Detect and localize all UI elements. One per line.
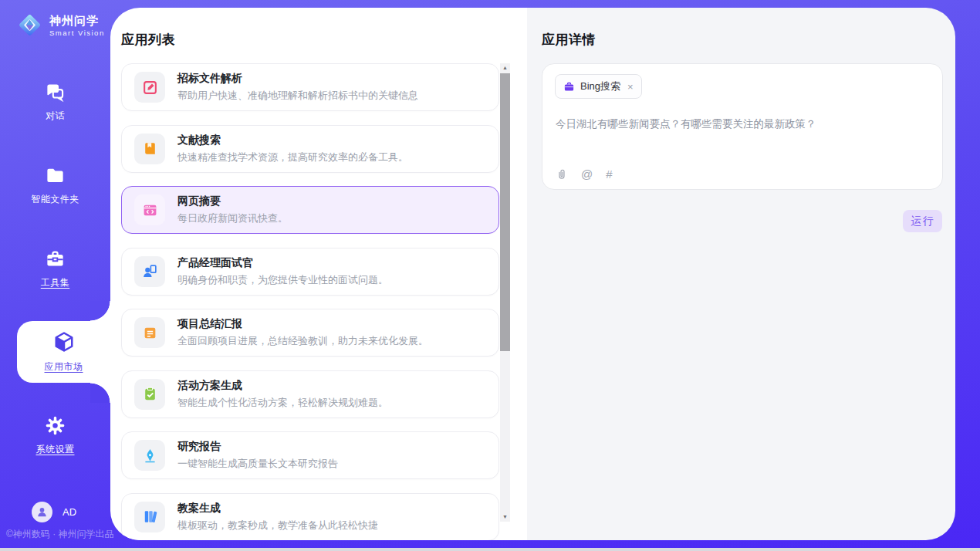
app-window-frame: 神州问学 Smart Vision 对话智能文件夹工具集应用市场系统设置 AD … [0, 0, 980, 548]
app-list-scrollbar[interactable]: ▲ ▼ [500, 63, 510, 522]
briefcase-icon [563, 81, 575, 93]
sidebar-item-label: 应用市场 [45, 360, 83, 374]
brand-subtitle: Smart Vision [49, 29, 105, 37]
app-card-title: 文献搜索 [177, 134, 408, 147]
scrollbar-up-arrow[interactable]: ▲ [500, 63, 510, 73]
app-card-title: 教案生成 [177, 502, 378, 516]
app-card-description: 模板驱动，教案秒成，教学准备从此轻松快捷 [177, 519, 378, 532]
avatar[interactable] [32, 502, 52, 522]
chat-icon [45, 82, 66, 103]
app-list-title: 应用列表 [121, 31, 175, 49]
user-name: AD [63, 506, 76, 518]
sidebar-item-label: 智能文件夹 [31, 193, 79, 206]
summary-icon-container [134, 317, 165, 348]
app-card-title: 网页摘要 [177, 194, 288, 208]
app-card-教案生成[interactable]: 教案生成模板驱动，教案秒成，教学准备从此轻松快捷 [121, 493, 499, 541]
activity-icon-container [134, 379, 165, 410]
lesson-icon [142, 509, 158, 525]
app-card-活动方案生成[interactable]: 活动方案生成智能生成个性化活动方案，轻松解决规划难题。 [121, 370, 499, 418]
main-content: 应用列表 招标文件解析帮助用户快速、准确地理解和解析招标书中的关键信息文献搜索快… [110, 8, 955, 540]
prompt-input-card[interactable]: Bing搜索 × 今日湖北有哪些新闻要点？有哪些需要关注的最新政策？ @# [542, 63, 943, 190]
brand-name: 神州问学 [49, 14, 105, 29]
sidebar-item-label: 对话 [46, 110, 65, 123]
interview-icon-container [134, 256, 165, 287]
app-card-研究报告[interactable]: 研究报告一键智能生成高质量长文本研究报告 [121, 431, 499, 479]
logo-icon [15, 11, 44, 39]
brand-logo: 神州问学 Smart Vision [15, 11, 105, 39]
run-button[interactable]: 运行 [903, 210, 942, 232]
person-icon [35, 505, 49, 519]
sidebar-nav: 对话智能文件夹工具集应用市场系统设置 [0, 60, 110, 477]
app-card-title: 招标文件解析 [177, 72, 418, 86]
prompt-text-input[interactable]: 今日湖北有哪些新闻要点？有哪些需要关注的最新政策？ [556, 117, 930, 132]
cube-icon [52, 330, 76, 353]
app-card-网页摘要[interactable]: 网页摘要每日政府新闻资讯快查。 [121, 186, 499, 234]
sidebar-item-系统设置[interactable]: 系统设置 [0, 394, 110, 477]
briefcase-icon [563, 81, 575, 93]
user-account[interactable]: AD [32, 502, 76, 522]
sidebar-item-智能文件夹[interactable]: 智能文件夹 [0, 144, 110, 227]
copyright-text: ©神州数码 · 神州问学出品 [6, 528, 114, 541]
app-card-description: 智能生成个性化活动方案，轻松解决规划难题。 [177, 396, 388, 410]
webpage-icon-container [134, 194, 165, 225]
app-card-description: 每日政府新闻资讯快查。 [177, 211, 288, 225]
tool-tag-label: Bing搜索 [580, 79, 620, 93]
bid-edit-icon [142, 79, 158, 96]
report-icon-container [134, 440, 165, 471]
app-card-description: 帮助用户快速、准确地理解和解析招标书中的关键信息 [177, 89, 418, 103]
scrollbar-down-arrow[interactable]: ▼ [500, 512, 510, 522]
gear-icon [45, 415, 66, 436]
tool-tag-close-icon[interactable]: × [627, 81, 634, 93]
bid-edit-icon-container [134, 72, 165, 103]
sidebar-item-对话[interactable]: 对话 [0, 60, 110, 144]
book-icon-container [134, 134, 165, 164]
app-card-description: 全面回顾项目进展，总结经验教训，助力未来优化发展。 [177, 334, 428, 348]
app-card-description: 快速精准查找学术资源，提高研究效率的必备工具。 [177, 150, 408, 164]
app-card-title: 产品经理面试官 [177, 256, 388, 270]
app-card-招标文件解析[interactable]: 招标文件解析帮助用户快速、准确地理解和解析招标书中的关键信息 [121, 63, 499, 111]
report-icon [142, 448, 158, 464]
activity-icon [142, 386, 158, 402]
sidebar-item-label: 工具集 [41, 276, 70, 289]
app-card-项目总结汇报[interactable]: 项目总结汇报全面回顾项目进展，总结经验教训，助力未来优化发展。 [121, 309, 499, 357]
app-card-description: 明确身份和职责，为您提供专业性的面试问题。 [177, 273, 388, 287]
app-card-title: 项目总结汇报 [177, 317, 428, 331]
attachment-icon[interactable] [556, 168, 568, 181]
summary-icon [142, 325, 158, 341]
window-bottom-edge [0, 548, 980, 551]
sidebar-item-工具集[interactable]: 工具集 [0, 227, 110, 310]
app-card-title: 活动方案生成 [177, 379, 388, 393]
tool-tag-bing-search[interactable]: Bing搜索 × [555, 74, 642, 99]
app-detail-panel: 应用详情 Bing搜索 × 今日湖北有哪些新闻要点？有哪些需要关注的最新政策？ … [527, 8, 955, 540]
app-list-panel: 应用列表 招标文件解析帮助用户快速、准确地理解和解析招标书中的关键信息文献搜索快… [110, 8, 527, 540]
scrollbar-thumb[interactable] [500, 73, 510, 351]
book-icon [142, 140, 158, 157]
app-card-title: 研究报告 [177, 440, 338, 454]
sidebar-item-label: 系统设置 [36, 443, 75, 456]
toolbox-icon [45, 248, 66, 269]
folder-icon [45, 165, 66, 186]
hash-icon[interactable]: # [606, 168, 612, 181]
brand-logo-icon [15, 11, 44, 39]
mention-icon[interactable]: @ [581, 168, 593, 181]
app-card-description: 一键智能生成高质量长文本研究报告 [177, 457, 338, 471]
webpage-icon [142, 202, 158, 218]
app-card-文献搜索[interactable]: 文献搜索快速精准查找学术资源，提高研究效率的必备工具。 [121, 125, 499, 173]
app-detail-title: 应用详情 [542, 31, 596, 49]
interview-icon [142, 263, 158, 279]
sidebar: 神州问学 Smart Vision 对话智能文件夹工具集应用市场系统设置 AD … [0, 0, 110, 548]
input-toolbar: @# [556, 168, 613, 181]
lesson-icon-container [134, 502, 165, 532]
app-list: 招标文件解析帮助用户快速、准确地理解和解析招标书中的关键信息文献搜索快速精准查找… [121, 63, 499, 540]
app-card-产品经理面试官[interactable]: 产品经理面试官明确身份和职责，为您提供专业性的面试问题。 [121, 248, 499, 296]
sidebar-item-应用市场[interactable]: 应用市场 [17, 321, 110, 383]
